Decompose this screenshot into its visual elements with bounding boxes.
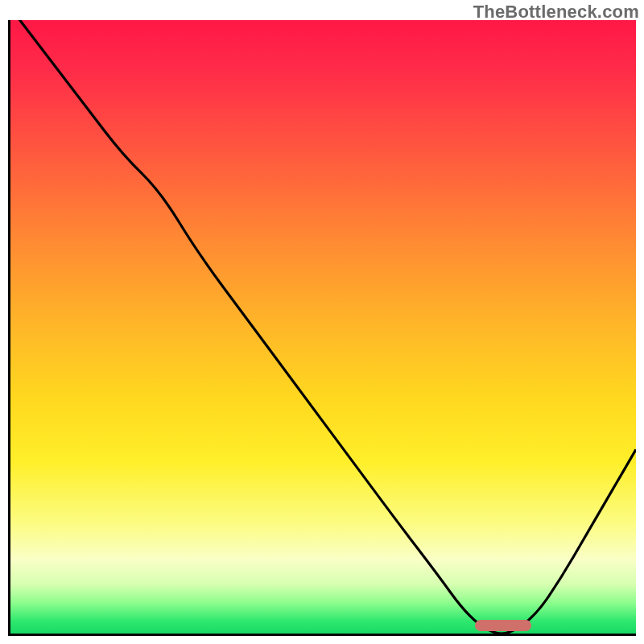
- bottleneck-curve: [10, 20, 636, 634]
- plot-area: [8, 20, 636, 636]
- chart-container: TheBottleneck.com: [0, 0, 644, 644]
- optimal-range-marker: [475, 620, 531, 631]
- watermark-label: TheBottleneck.com: [473, 2, 639, 23]
